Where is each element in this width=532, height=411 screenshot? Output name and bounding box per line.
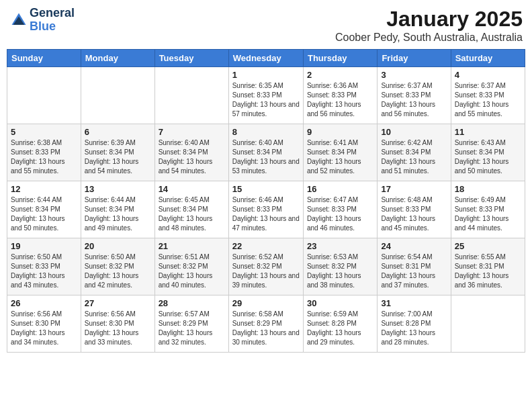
day-number: 21 bbox=[159, 241, 225, 251]
weekday-header-friday: Friday bbox=[378, 50, 451, 67]
calendar-cell: 17Sunrise: 6:48 AM Sunset: 8:33 PM Dayli… bbox=[378, 181, 451, 238]
day-info: Sunrise: 6:52 AM Sunset: 8:32 PM Dayligh… bbox=[232, 253, 300, 290]
day-info: Sunrise: 6:50 AM Sunset: 8:33 PM Dayligh… bbox=[11, 253, 77, 290]
day-info: Sunrise: 6:37 AM Sunset: 8:33 PM Dayligh… bbox=[455, 81, 521, 119]
calendar-cell: 20Sunrise: 6:50 AM Sunset: 8:32 PM Dayli… bbox=[81, 238, 154, 295]
weekday-header-sunday: Sunday bbox=[7, 50, 81, 67]
day-number: 4 bbox=[455, 70, 521, 80]
calendar-cell: 15Sunrise: 6:46 AM Sunset: 8:33 PM Dayli… bbox=[228, 181, 303, 238]
logo: GeneralBlue bbox=[9, 7, 75, 34]
day-info: Sunrise: 6:53 AM Sunset: 8:32 PM Dayligh… bbox=[307, 253, 373, 290]
day-number: 8 bbox=[232, 127, 300, 137]
calendar-cell: 10Sunrise: 6:42 AM Sunset: 8:34 PM Dayli… bbox=[378, 124, 451, 181]
logo-icon bbox=[9, 11, 28, 30]
day-info: Sunrise: 6:49 AM Sunset: 8:33 PM Dayligh… bbox=[455, 195, 521, 233]
day-info: Sunrise: 6:48 AM Sunset: 8:33 PM Dayligh… bbox=[381, 195, 447, 233]
day-number: 7 bbox=[159, 127, 225, 137]
calendar-cell: 31Sunrise: 7:00 AM Sunset: 8:28 PM Dayli… bbox=[378, 295, 451, 353]
day-info: Sunrise: 6:42 AM Sunset: 8:34 PM Dayligh… bbox=[381, 138, 447, 176]
day-info: Sunrise: 6:56 AM Sunset: 8:30 PM Dayligh… bbox=[11, 310, 77, 347]
day-number: 24 bbox=[381, 241, 447, 251]
day-number: 16 bbox=[307, 184, 373, 194]
calendar-cell bbox=[81, 67, 154, 124]
calendar-cell: 6Sunrise: 6:39 AM Sunset: 8:34 PM Daylig… bbox=[81, 124, 154, 181]
day-info: Sunrise: 6:39 AM Sunset: 8:34 PM Dayligh… bbox=[85, 138, 151, 176]
calendar-cell bbox=[451, 295, 525, 353]
day-number: 30 bbox=[307, 298, 373, 308]
day-number: 28 bbox=[159, 298, 225, 308]
day-info: Sunrise: 6:54 AM Sunset: 8:31 PM Dayligh… bbox=[381, 253, 447, 290]
day-info: Sunrise: 6:38 AM Sunset: 8:33 PM Dayligh… bbox=[11, 138, 77, 176]
calendar-week-row: 5Sunrise: 6:38 AM Sunset: 8:33 PM Daylig… bbox=[7, 124, 525, 181]
day-info: Sunrise: 6:55 AM Sunset: 8:31 PM Dayligh… bbox=[455, 253, 521, 290]
weekday-header-monday: Monday bbox=[81, 50, 154, 67]
weekday-header-tuesday: Tuesday bbox=[154, 50, 228, 67]
day-info: Sunrise: 6:59 AM Sunset: 8:28 PM Dayligh… bbox=[307, 310, 373, 347]
day-number: 27 bbox=[85, 298, 151, 308]
calendar-cell: 11Sunrise: 6:43 AM Sunset: 8:34 PM Dayli… bbox=[451, 124, 525, 181]
day-info: Sunrise: 6:50 AM Sunset: 8:32 PM Dayligh… bbox=[85, 253, 151, 290]
month-title: January 2025 bbox=[335, 7, 523, 32]
day-number: 1 bbox=[232, 70, 300, 80]
day-number: 3 bbox=[381, 70, 447, 80]
calendar-cell: 27Sunrise: 6:56 AM Sunset: 8:30 PM Dayli… bbox=[81, 295, 154, 353]
calendar-cell: 13Sunrise: 6:44 AM Sunset: 8:34 PM Dayli… bbox=[81, 181, 154, 238]
day-info: Sunrise: 6:36 AM Sunset: 8:33 PM Dayligh… bbox=[307, 81, 373, 119]
calendar-cell: 3Sunrise: 6:37 AM Sunset: 8:33 PM Daylig… bbox=[378, 67, 451, 124]
calendar-table: SundayMondayTuesdayWednesdayThursdayFrid… bbox=[7, 49, 525, 353]
logo-text: GeneralBlue bbox=[30, 7, 75, 34]
weekday-header-wednesday: Wednesday bbox=[228, 50, 303, 67]
day-info: Sunrise: 6:44 AM Sunset: 8:34 PM Dayligh… bbox=[11, 195, 77, 233]
calendar-cell: 28Sunrise: 6:57 AM Sunset: 8:29 PM Dayli… bbox=[154, 295, 228, 353]
day-number: 11 bbox=[455, 127, 521, 137]
weekday-header-thursday: Thursday bbox=[303, 50, 377, 67]
day-number: 5 bbox=[11, 127, 77, 137]
day-number: 19 bbox=[11, 241, 77, 251]
day-number: 18 bbox=[455, 184, 521, 194]
calendar-cell: 22Sunrise: 6:52 AM Sunset: 8:32 PM Dayli… bbox=[228, 238, 303, 295]
day-number: 10 bbox=[381, 127, 447, 137]
day-number: 23 bbox=[307, 241, 373, 251]
day-info: Sunrise: 6:43 AM Sunset: 8:34 PM Dayligh… bbox=[455, 138, 521, 176]
day-info: Sunrise: 6:44 AM Sunset: 8:34 PM Dayligh… bbox=[85, 195, 151, 233]
day-info: Sunrise: 6:51 AM Sunset: 8:32 PM Dayligh… bbox=[159, 253, 225, 290]
day-number: 29 bbox=[232, 298, 300, 308]
day-info: Sunrise: 6:40 AM Sunset: 8:34 PM Dayligh… bbox=[159, 138, 225, 176]
day-info: Sunrise: 6:58 AM Sunset: 8:29 PM Dayligh… bbox=[232, 310, 300, 347]
page-header: GeneralBlue January 2025 Coober Pedy, So… bbox=[7, 7, 525, 44]
calendar-cell: 18Sunrise: 6:49 AM Sunset: 8:33 PM Dayli… bbox=[451, 181, 525, 238]
day-info: Sunrise: 6:45 AM Sunset: 8:34 PM Dayligh… bbox=[159, 195, 225, 233]
calendar-week-row: 12Sunrise: 6:44 AM Sunset: 8:34 PM Dayli… bbox=[7, 181, 525, 238]
calendar-cell: 26Sunrise: 6:56 AM Sunset: 8:30 PM Dayli… bbox=[7, 295, 81, 353]
day-info: Sunrise: 6:35 AM Sunset: 8:33 PM Dayligh… bbox=[232, 81, 300, 119]
day-number: 31 bbox=[381, 298, 447, 308]
day-info: Sunrise: 6:37 AM Sunset: 8:33 PM Dayligh… bbox=[381, 81, 447, 119]
day-number: 17 bbox=[381, 184, 447, 194]
location-title: Coober Pedy, South Australia, Australia bbox=[335, 32, 523, 44]
day-number: 25 bbox=[455, 241, 521, 251]
calendar-week-row: 19Sunrise: 6:50 AM Sunset: 8:33 PM Dayli… bbox=[7, 238, 525, 295]
day-info: Sunrise: 7:00 AM Sunset: 8:28 PM Dayligh… bbox=[381, 310, 447, 347]
calendar-cell: 1Sunrise: 6:35 AM Sunset: 8:33 PM Daylig… bbox=[228, 67, 303, 124]
calendar-cell: 8Sunrise: 6:40 AM Sunset: 8:34 PM Daylig… bbox=[228, 124, 303, 181]
title-block: January 2025 Coober Pedy, South Australi… bbox=[335, 7, 523, 44]
calendar-cell: 9Sunrise: 6:41 AM Sunset: 8:34 PM Daylig… bbox=[303, 124, 377, 181]
calendar-cell: 14Sunrise: 6:45 AM Sunset: 8:34 PM Dayli… bbox=[154, 181, 228, 238]
weekday-header-saturday: Saturday bbox=[451, 50, 525, 67]
calendar-cell: 24Sunrise: 6:54 AM Sunset: 8:31 PM Dayli… bbox=[378, 238, 451, 295]
day-info: Sunrise: 6:40 AM Sunset: 8:34 PM Dayligh… bbox=[232, 138, 300, 176]
day-info: Sunrise: 6:47 AM Sunset: 8:33 PM Dayligh… bbox=[307, 195, 373, 233]
day-number: 13 bbox=[85, 184, 151, 194]
calendar-cell bbox=[154, 67, 228, 124]
calendar-cell: 19Sunrise: 6:50 AM Sunset: 8:33 PM Dayli… bbox=[7, 238, 81, 295]
calendar-cell: 25Sunrise: 6:55 AM Sunset: 8:31 PM Dayli… bbox=[451, 238, 525, 295]
calendar-cell: 29Sunrise: 6:58 AM Sunset: 8:29 PM Dayli… bbox=[228, 295, 303, 353]
calendar-cell: 23Sunrise: 6:53 AM Sunset: 8:32 PM Dayli… bbox=[303, 238, 377, 295]
day-info: Sunrise: 6:57 AM Sunset: 8:29 PM Dayligh… bbox=[159, 310, 225, 347]
day-number: 15 bbox=[232, 184, 300, 194]
calendar-cell: 16Sunrise: 6:47 AM Sunset: 8:33 PM Dayli… bbox=[303, 181, 377, 238]
day-number: 12 bbox=[11, 184, 77, 194]
day-number: 6 bbox=[85, 127, 151, 137]
calendar-cell bbox=[7, 67, 81, 124]
day-number: 14 bbox=[159, 184, 225, 194]
